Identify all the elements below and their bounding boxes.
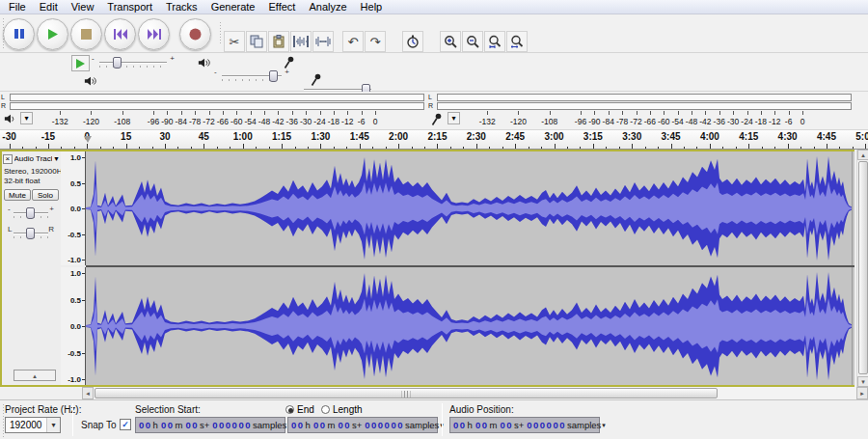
scroll-down-button[interactable]: ▾	[857, 376, 868, 387]
horizontal-scroll-thumb[interactable]	[95, 388, 718, 398]
rewind-button[interactable]	[104, 18, 136, 50]
output-volume-thumb[interactable]	[269, 70, 278, 82]
timeline-tick	[529, 147, 529, 149]
horizontal-scrollbar[interactable]: ◂ ▸	[82, 387, 868, 399]
waveform-channel-2[interactable]	[86, 267, 854, 385]
amplitude-tick	[82, 183, 85, 184]
trim-audio-button[interactable]	[290, 31, 312, 52]
timeline-label: 45	[199, 131, 209, 142]
waveform-svg-2	[86, 267, 854, 385]
timeline-label: 1:15	[272, 131, 291, 142]
zoom-in-button[interactable]	[440, 31, 461, 52]
menu-effect[interactable]: Effect	[262, 0, 303, 14]
db-tick	[236, 111, 237, 115]
menu-view[interactable]: View	[65, 0, 101, 14]
audio-position-field[interactable]: 00h 00m 00s+ 000000samples ▾	[449, 417, 600, 433]
timer-button[interactable]	[402, 31, 423, 52]
edit-toolbar: ✂ ↶	[224, 30, 529, 53]
track-control-panel: × Audio Track ▼ Stereo, 192000Hz 32-bit …	[2, 151, 61, 385]
timeline-tick	[827, 144, 827, 149]
db-label: -120	[510, 117, 527, 126]
timeline-ruler[interactable]: -30-1501530451:001:151:301:452:002:152:3…	[0, 130, 868, 150]
fit-selection-button[interactable]	[484, 31, 505, 52]
timeline-tick	[360, 144, 361, 149]
scroll-right-button[interactable]: ▸	[856, 387, 868, 399]
radio-end[interactable]: End	[285, 404, 314, 415]
waveform-channel-1[interactable]	[86, 151, 854, 265]
db-tick	[320, 111, 321, 115]
cut-button[interactable]: ✂	[224, 31, 245, 52]
track-title[interactable]: Audio Track	[14, 154, 53, 163]
rewind-icon	[114, 29, 127, 40]
meter-dropdown-button[interactable]: ▾	[448, 112, 460, 124]
collapse-arrow-icon: ▴	[33, 372, 37, 379]
stop-icon	[81, 29, 92, 40]
vertical-ruler-channel2[interactable]: 1.00.50.0-0.5-1.0	[61, 267, 86, 385]
playback-meter[interactable]: L R ▾ -132-120-108-96-90-84-78-72-66-60-…	[1, 93, 426, 129]
stop-button[interactable]	[70, 18, 102, 50]
timeline-tick	[696, 147, 697, 149]
play-button[interactable]	[37, 18, 68, 50]
menu-help[interactable]: Help	[354, 0, 390, 14]
fit-project-button[interactable]	[506, 31, 528, 52]
vertical-scroll-thumb[interactable]	[858, 161, 868, 374]
record-button[interactable]	[179, 18, 211, 50]
vertical-ruler-channel1[interactable]: 1.00.50.0-0.5-1.0	[61, 151, 86, 265]
paste-button[interactable]	[268, 31, 289, 52]
silence-audio-button[interactable]	[312, 31, 334, 52]
copy-button[interactable]	[246, 31, 267, 52]
project-rate-value: 192000	[10, 420, 41, 430]
timeline-tick	[671, 144, 672, 149]
dropdown-arrow-icon[interactable]: ▾	[602, 422, 606, 429]
output-volume-slider[interactable]: - +	[214, 69, 289, 83]
track-collapse-button[interactable]: ▴	[14, 370, 56, 381]
radio-length-label: Length	[333, 404, 363, 415]
project-rate-select[interactable]: 192000 ▾	[5, 417, 61, 433]
db-tick	[692, 111, 692, 115]
menu-file[interactable]: File	[2, 0, 33, 14]
track-menu-arrow-icon[interactable]: ▼	[53, 155, 60, 162]
menu-tracks[interactable]: Tracks	[159, 0, 204, 14]
db-tick	[60, 111, 61, 115]
snap-to-checkbox[interactable]: ✓	[120, 419, 131, 430]
timeline-label: 2:45	[505, 131, 525, 142]
gain-slider-thumb[interactable]	[26, 207, 35, 219]
waveform-area[interactable]	[86, 151, 854, 385]
timeline-tick	[424, 147, 425, 149]
gain-slider[interactable]: - +	[6, 206, 56, 220]
mute-button[interactable]: Mute	[4, 189, 31, 201]
undo-button[interactable]: ↶	[342, 31, 364, 52]
pan-slider-thumb[interactable]	[26, 228, 35, 239]
play-at-speed-button[interactable]	[71, 55, 90, 71]
meter-dropdown-button[interactable]: ▾	[20, 112, 33, 124]
db-tick	[622, 111, 623, 115]
timeline-tick	[36, 147, 37, 149]
pan-slider[interactable]: L R	[6, 227, 56, 240]
redo-button[interactable]: ↷	[365, 31, 386, 52]
pause-button[interactable]	[3, 18, 35, 50]
solo-button[interactable]: Solo	[32, 189, 59, 201]
time-samples: 000000	[212, 420, 252, 430]
recording-meter[interactable]: L R ▾ -132-120-108-96-90-84-78-72-66-60-…	[428, 93, 854, 129]
toolbar-separator	[442, 403, 443, 436]
timeline-tick	[515, 144, 516, 149]
menu-generate[interactable]: Generate	[204, 0, 262, 14]
db-label: -132	[479, 117, 496, 126]
track-close-button[interactable]: ×	[3, 154, 13, 164]
timeline-tick	[165, 144, 166, 149]
zoom-out-button[interactable]	[462, 31, 483, 52]
menu-analyze[interactable]: Analyze	[302, 0, 353, 14]
scroll-up-button[interactable]: ▴	[857, 150, 868, 160]
speed-slider-thumb[interactable]	[113, 57, 122, 69]
selection-end-field[interactable]: 00h 00m 00s+ 000000samples ▾	[287, 417, 438, 433]
vertical-scrollbar[interactable]: ▴ ▾	[856, 150, 868, 387]
time-m-unit: m	[327, 420, 335, 430]
radio-length[interactable]: Length	[321, 404, 363, 415]
timeline-tick	[217, 147, 218, 149]
playback-speed-slider[interactable]: - +	[92, 56, 175, 69]
menu-transport[interactable]: Transport	[100, 0, 159, 14]
scroll-left-button[interactable]: ◂	[82, 387, 94, 399]
selection-start-field[interactable]: 00h 00m 00s+ 000000samples ▾	[135, 417, 285, 433]
fast-forward-button[interactable]	[138, 18, 170, 50]
menu-edit[interactable]: Edit	[33, 0, 65, 14]
